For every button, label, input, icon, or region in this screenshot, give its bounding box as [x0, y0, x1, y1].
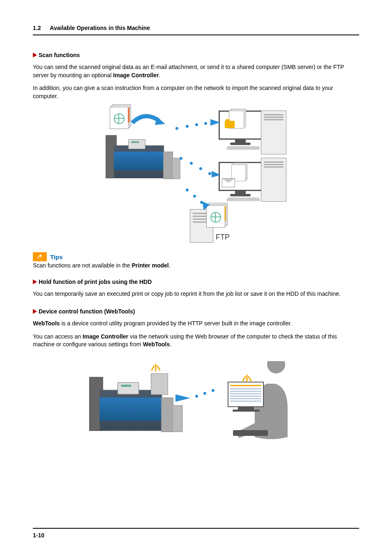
- arrow-icon: [33, 309, 37, 314]
- scan-title: Scan functions: [39, 52, 80, 58]
- scan-heading: Scan functions: [33, 52, 359, 58]
- svg-marker-2: [212, 171, 221, 177]
- svg-line-12: [249, 377, 251, 381]
- hold-paragraph-1: You can temporarily save an executed pri…: [33, 290, 359, 298]
- spark-icon: [150, 362, 161, 373]
- footer: 1-10: [33, 528, 359, 539]
- svg-rect-9: [233, 430, 268, 436]
- tips-text: Scan functions are not available in the …: [33, 262, 359, 269]
- mail-icon: [222, 178, 235, 187]
- pin-icon: [33, 252, 47, 261]
- webtools-title: Device control function (WebTools): [39, 308, 135, 315]
- scan-figure: FTP: [33, 108, 359, 244]
- printer-icon: [106, 129, 180, 187]
- svg-marker-1: [210, 119, 220, 126]
- arrow-small-icon: [201, 201, 211, 212]
- tips-callout: Tips: [33, 252, 359, 261]
- arrow-small-icon: [212, 170, 222, 180]
- arrow-small-icon: [210, 117, 222, 129]
- svg-marker-3: [202, 201, 210, 210]
- svg-line-7: [157, 366, 160, 370]
- server-icon: [261, 158, 286, 202]
- scan-paragraph-2: In addition, you can give a scan instruc…: [33, 84, 359, 100]
- arrow-icon: [33, 53, 37, 58]
- svg-marker-8: [175, 394, 190, 402]
- section-number: 1.2: [33, 25, 41, 31]
- spark-icon: [241, 373, 253, 384]
- hold-heading: Hold function of print jobs using the HD…: [33, 279, 359, 285]
- document-icon: [110, 104, 130, 128]
- folder-icon: [225, 121, 235, 128]
- page: 1.2 Available Operations in this Machine…: [0, 0, 392, 555]
- svg-line-5: [152, 366, 154, 370]
- webtools-paragraph-1: WebTools is a device control utility pro…: [33, 320, 359, 328]
- header: 1.2 Available Operations in this Machine: [33, 25, 359, 35]
- webtools-heading: Device control function (WebTools): [33, 308, 359, 315]
- hdd-icon: [151, 373, 168, 395]
- section-title: Available Operations in this Machine: [50, 25, 150, 31]
- svg-point-4: [40, 255, 42, 257]
- scan-paragraph-1: You can send the scanned original data a…: [33, 63, 359, 79]
- page-number: 1-10: [33, 532, 44, 539]
- webtools-paragraph-2: You can access an Image Controller via t…: [33, 333, 359, 349]
- ftp-label: FTP: [216, 233, 230, 242]
- arrow-icon: [175, 392, 192, 405]
- tips-label: Tips: [50, 253, 63, 260]
- browser-window-icon: [228, 382, 264, 407]
- webtools-figure: [33, 357, 359, 443]
- hold-title: Hold function of print jobs using the HD…: [39, 279, 152, 285]
- arrow-icon: [33, 279, 37, 284]
- server-icon: [261, 111, 286, 154]
- svg-line-10: [243, 377, 245, 381]
- arrow-icon: [132, 113, 165, 130]
